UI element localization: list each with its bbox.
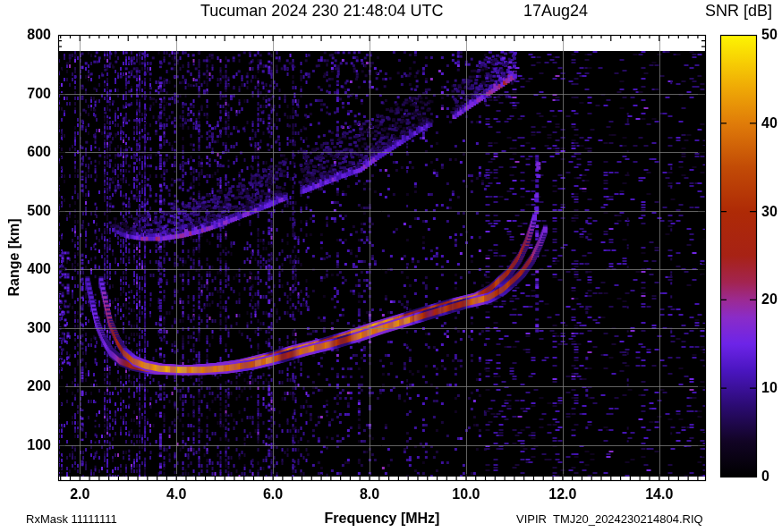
- file-id-label: VIPIR TMJ20_2024230214804.RIQ: [516, 512, 703, 526]
- x-tick-label: 6.0: [253, 486, 293, 502]
- y-tick-label: 600: [13, 144, 51, 160]
- rxmask-label: RxMask 11111111: [26, 512, 117, 526]
- ionogram-figure: Tucuman 2024 230 21:48:04 UTC 17Aug24 SN…: [0, 0, 782, 532]
- x-tick-label: 10.0: [446, 486, 486, 502]
- x-tick-label: 2.0: [60, 486, 99, 502]
- x-tick-label: 4.0: [157, 486, 196, 502]
- colorbar-tick-label: 30: [761, 204, 778, 220]
- colorbar-title: SNR [dB]: [705, 2, 772, 21]
- ionogram-canvas: [0, 0, 782, 532]
- y-tick-label: 300: [13, 320, 51, 336]
- colorbar-tick-label: 40: [761, 115, 778, 131]
- colorbar-tick-label: 50: [761, 27, 778, 43]
- y-tick-label: 500: [13, 203, 51, 219]
- colorbar-tick-label: 10: [761, 380, 778, 396]
- y-tick-label: 200: [13, 378, 51, 394]
- x-axis-label: Frequency [MHz]: [319, 511, 446, 527]
- chart-title: Tucuman 2024 230 21:48:04 UTC: [200, 2, 444, 21]
- y-tick-label: 400: [13, 261, 51, 277]
- colorbar-tick-label: 20: [761, 291, 778, 308]
- y-axis-label: Range [km]: [6, 209, 22, 306]
- x-tick-label: 14.0: [640, 486, 679, 502]
- x-tick-label: 8.0: [350, 486, 389, 502]
- y-tick-label: 800: [13, 27, 51, 43]
- chart-date: 17Aug24: [523, 2, 588, 21]
- x-tick-label: 12.0: [543, 486, 582, 502]
- colorbar-tick-label: 0: [761, 469, 769, 485]
- y-tick-label: 700: [13, 86, 51, 102]
- y-tick-label: 100: [13, 437, 51, 453]
